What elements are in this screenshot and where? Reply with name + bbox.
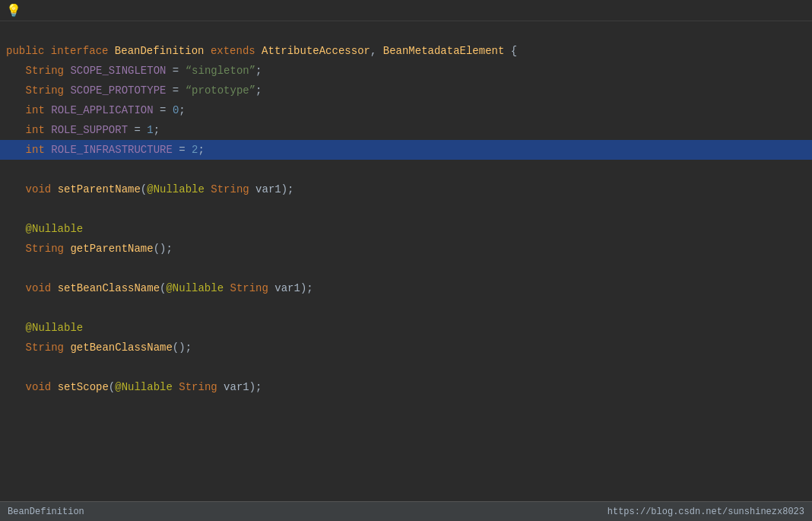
code-line: int ROLE_SUPPORT = 1; bbox=[0, 120, 812, 140]
code-indent bbox=[0, 379, 26, 396]
code-line bbox=[0, 259, 812, 278]
code-token bbox=[64, 240, 70, 257]
code-token bbox=[173, 379, 179, 396]
code-token bbox=[108, 45, 114, 57]
code-token: SCOPE_PROTOTYPE bbox=[70, 82, 166, 99]
code-indent bbox=[0, 221, 26, 237]
code-token: setBeanClassName bbox=[58, 280, 160, 297]
code-token bbox=[64, 339, 70, 356]
code-token bbox=[45, 102, 51, 119]
code-token: , bbox=[370, 45, 383, 57]
code-token bbox=[249, 181, 255, 198]
code-token bbox=[51, 280, 57, 297]
code-indent bbox=[0, 62, 26, 79]
code-token: ROLE_SUPPORT bbox=[51, 122, 128, 138]
code-token: @Nullable bbox=[26, 319, 84, 336]
code-token: ); bbox=[281, 181, 294, 198]
code-token: int bbox=[26, 141, 45, 158]
code-token: interface bbox=[51, 45, 109, 57]
code-token: var1 bbox=[224, 379, 249, 396]
bulb-icon: 💡 bbox=[6, 3, 21, 18]
code-token: ( bbox=[141, 181, 147, 198]
bottom-right-url: https://blog.csdn.net/sunshinezx8023 bbox=[607, 507, 804, 517]
code-indent bbox=[0, 319, 26, 336]
code-indent bbox=[0, 181, 26, 198]
code-token: @Nullable bbox=[26, 221, 84, 237]
code-token: 2 bbox=[192, 141, 198, 158]
code-indent bbox=[0, 280, 26, 297]
code-token: BeanMetadataElement bbox=[383, 45, 505, 57]
code-token: var1 bbox=[255, 181, 281, 198]
code-token: setScope bbox=[58, 379, 109, 396]
code-token bbox=[224, 280, 230, 297]
code-token: int bbox=[26, 122, 45, 138]
code-token: ( bbox=[160, 280, 166, 297]
code-line: void setParentName(@Nullable String var1… bbox=[0, 179, 812, 199]
code-indent bbox=[0, 122, 26, 138]
code-token: SCOPE_SINGLETON bbox=[70, 62, 166, 79]
code-indent bbox=[0, 240, 26, 257]
code-line: void setBeanClassName(@Nullable String v… bbox=[0, 278, 812, 298]
code-token: 0 bbox=[173, 102, 179, 119]
top-bar: 💡 bbox=[0, 0, 812, 21]
code-token: @Nullable bbox=[166, 280, 224, 297]
code-line: int ROLE_INFRASTRUCTURE = 2; bbox=[0, 140, 812, 160]
code-token: ( bbox=[109, 379, 115, 396]
code-token: BeanDefinition bbox=[115, 45, 205, 57]
code-line: public interface BeanDefinition extends … bbox=[0, 41, 812, 61]
code-token: ; bbox=[198, 141, 205, 158]
code-token: { bbox=[504, 45, 517, 57]
code-token: ROLE_INFRASTRUCTURE bbox=[51, 141, 173, 158]
code-line: @Nullable bbox=[0, 219, 812, 239]
code-token: getParentName bbox=[70, 240, 153, 257]
code-token: = bbox=[166, 82, 185, 99]
code-indent bbox=[0, 102, 26, 119]
code-token bbox=[217, 379, 224, 396]
code-line: String SCOPE_SINGLETON = “singleton”; bbox=[0, 61, 812, 81]
code-token: String bbox=[179, 379, 217, 396]
code-token: void bbox=[26, 379, 52, 396]
code-token: @Nullable bbox=[115, 379, 173, 396]
code-token: = bbox=[154, 102, 173, 119]
code-token: String bbox=[26, 339, 64, 356]
code-indent bbox=[0, 339, 26, 356]
code-token: String bbox=[211, 181, 249, 198]
code-token: getBeanClassName bbox=[70, 339, 172, 356]
code-indent bbox=[0, 141, 26, 158]
code-line: String SCOPE_PROTOTYPE = “prototype”; bbox=[0, 81, 812, 100]
code-indent bbox=[0, 82, 26, 99]
code-line: int ROLE_APPLICATION = 0; bbox=[0, 100, 812, 120]
code-token bbox=[51, 379, 57, 396]
code-line bbox=[0, 160, 812, 179]
code-token: “singleton” bbox=[186, 62, 255, 79]
code-token: @Nullable bbox=[147, 181, 205, 198]
code-area: public interface BeanDefinition extends … bbox=[0, 21, 812, 501]
code-token: “prototype” bbox=[186, 82, 255, 99]
code-line: String getBeanClassName(); bbox=[0, 338, 812, 357]
code-line: void setScope(@Nullable String var1); bbox=[0, 377, 812, 397]
code-token: ; bbox=[255, 62, 262, 79]
code-token: int bbox=[26, 102, 45, 119]
code-line: @Nullable bbox=[0, 318, 812, 338]
code-token: void bbox=[26, 181, 52, 198]
code-token bbox=[205, 181, 211, 198]
code-token: = bbox=[166, 62, 185, 79]
code-token: setParentName bbox=[58, 181, 141, 198]
code-token bbox=[51, 181, 57, 198]
code-line bbox=[0, 357, 812, 377]
code-token: = bbox=[173, 141, 192, 158]
code-token bbox=[255, 45, 262, 57]
code-token: ); bbox=[249, 379, 262, 396]
code-token: extends bbox=[211, 45, 255, 57]
code-token bbox=[45, 122, 51, 138]
code-token: ; bbox=[255, 82, 262, 99]
bottom-bar: BeanDefinition https://blog.csdn.net/sun… bbox=[0, 501, 812, 521]
code-token: ; bbox=[154, 122, 160, 138]
bottom-left-label: BeanDefinition bbox=[8, 507, 84, 517]
code-token: String bbox=[26, 240, 64, 257]
code-line bbox=[0, 21, 812, 41]
code-token: String bbox=[230, 280, 268, 297]
code-line bbox=[0, 298, 812, 318]
code-line bbox=[0, 199, 812, 219]
code-token: (); bbox=[173, 339, 192, 356]
